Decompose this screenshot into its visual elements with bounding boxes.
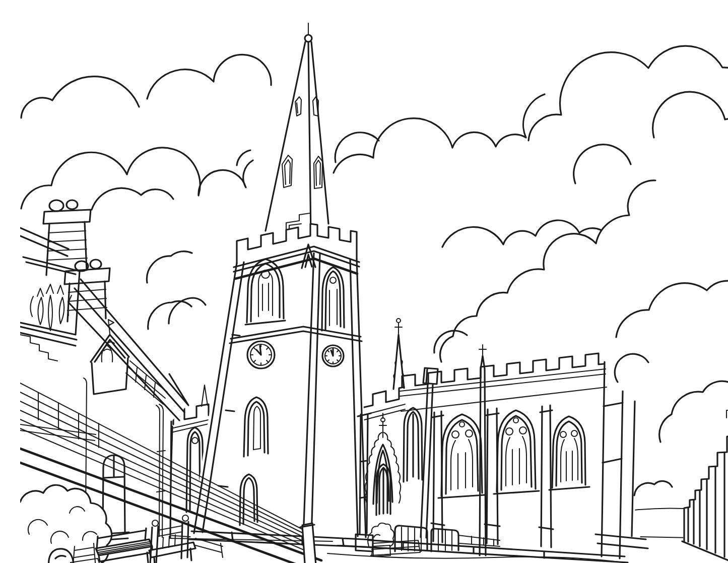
chimney-pot: [67, 200, 78, 209]
cloud: [528, 46, 728, 141]
artwork-strokes: [20, 23, 728, 563]
pilaster-row-face: [683, 417, 728, 563]
cloud: [615, 354, 728, 442]
tower-face: [189, 223, 368, 545]
porch-pinnacle-ball: [396, 319, 401, 323]
flag-staff-cross: [479, 345, 486, 355]
line-art-scene: [20, 8, 728, 563]
cloud: [434, 331, 467, 353]
cloud: [92, 188, 173, 210]
church-nave: [319, 345, 648, 562]
church-tower: [188, 23, 376, 547]
cloud: [616, 281, 728, 337]
porch-pinnacle-cross: [395, 323, 402, 334]
cloud: [440, 180, 655, 362]
right-pilaster-row: [634, 408, 728, 563]
coloring-page: Black-and-white line drawing of an Engli…: [20, 8, 728, 563]
chimney-pot: [90, 260, 101, 269]
cloud: [574, 145, 631, 183]
cloud: [21, 54, 271, 165]
chimney-pot: [49, 200, 63, 211]
cloud: [634, 481, 672, 495]
